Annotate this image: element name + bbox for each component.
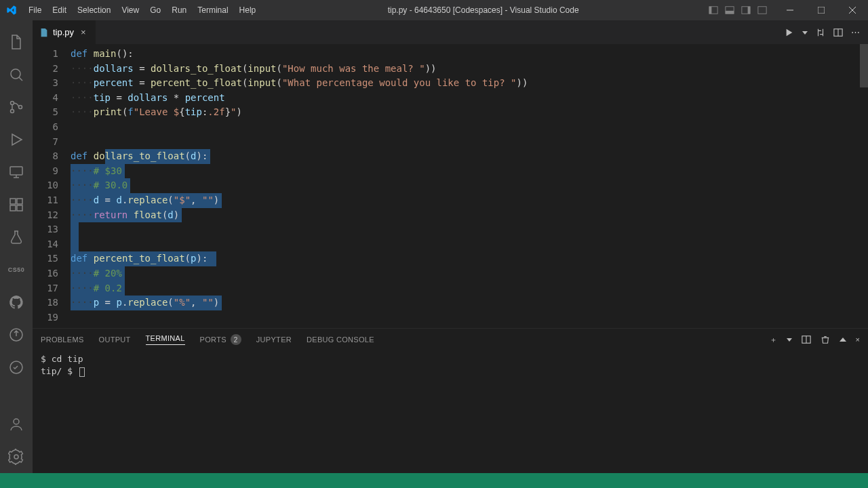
tab-close-icon[interactable]: × — [78, 27, 89, 37]
window-title: tip.py - 64643650 [Codespaces] - Visual … — [261, 5, 705, 15]
menu-selection[interactable]: Selection — [72, 0, 116, 20]
toggle-primary-sidebar-icon[interactable] — [705, 0, 722, 20]
svg-marker-16 — [12, 134, 22, 145]
code-line[interactable] — [71, 310, 868, 325]
activity-bar: CS50 — [0, 20, 33, 473]
line-number: 12 — [33, 208, 58, 223]
svg-rect-20 — [10, 199, 16, 204]
split-editor-icon[interactable] — [833, 28, 843, 37]
panel-tab-terminal[interactable]: TERMINAL — [146, 334, 185, 345]
accounts-icon[interactable] — [0, 408, 33, 441]
close-panel-icon[interactable]: × — [856, 336, 860, 344]
code-line[interactable]: ····p = p.replace("%", "") — [71, 296, 868, 310]
code-line[interactable]: ····# $30 — [71, 164, 868, 179]
code-line[interactable]: def percent_to_float(p): — [71, 251, 868, 266]
split-terminal-icon[interactable] — [802, 335, 811, 344]
code-line[interactable] — [71, 120, 868, 135]
minimize-button[interactable] — [774, 0, 806, 20]
scrollbar-thumb[interactable] — [860, 44, 868, 87]
line-number: 15 — [33, 251, 58, 266]
line-number-gutter: 12345678910111213141516171819 — [33, 44, 71, 328]
line-number: 10 — [33, 178, 58, 193]
code-line[interactable]: ····percent = percent_to_float(input("Wh… — [71, 76, 868, 91]
menu-edit[interactable]: Edit — [47, 0, 72, 20]
status-bar[interactable] — [0, 473, 868, 488]
line-number: 2 — [33, 62, 58, 77]
code-line[interactable]: ····return float(d) — [71, 208, 868, 223]
line-number: 19 — [33, 310, 58, 325]
toggle-panel-icon[interactable] — [722, 0, 738, 20]
bottom-panel: PROBLEMSOUTPUTTERMINALPORTS2JUPYTERDEBUG… — [33, 328, 868, 473]
customize-layout-icon[interactable] — [754, 0, 770, 20]
menu-terminal[interactable]: Terminal — [192, 0, 233, 20]
code-line[interactable]: ····# 0.2 — [71, 281, 868, 296]
panel-tab-problems[interactable]: PROBLEMS — [41, 336, 84, 344]
menu-help[interactable]: Help — [234, 0, 262, 20]
terminal-dropdown-icon[interactable] — [787, 337, 792, 342]
settings-gear-icon[interactable] — [0, 441, 33, 473]
search-icon[interactable] — [0, 58, 33, 91]
codespaces-icon[interactable] — [0, 351, 33, 384]
remote-explorer-icon[interactable] — [0, 156, 33, 188]
code-editor[interactable]: 12345678910111213141516171819 def main()… — [33, 44, 868, 328]
svg-point-26 — [14, 419, 19, 424]
tab-tip-py[interactable]: tip.py × — [33, 20, 96, 44]
code-line[interactable] — [71, 237, 868, 252]
line-number: 1 — [33, 47, 58, 62]
menu-file[interactable]: File — [23, 0, 47, 20]
close-button[interactable] — [837, 0, 868, 20]
line-number: 14 — [33, 237, 58, 252]
run-debug-icon[interactable] — [0, 123, 33, 156]
panel-tab-debug-console[interactable]: DEBUG CONSOLE — [307, 336, 374, 344]
editor-actions: ⋯ — [776, 20, 868, 44]
editor-tabs: tip.py × ⋯ — [33, 20, 868, 44]
live-share-icon[interactable] — [0, 319, 33, 351]
code-line[interactable]: ····tip = dollars * percent — [71, 91, 868, 106]
explorer-icon[interactable] — [0, 26, 33, 58]
panel-actions: ＋ × — [770, 335, 860, 345]
code-line[interactable]: ····d = d.replace("$", "") — [71, 193, 868, 208]
code-line[interactable]: ····# 20% — [71, 266, 868, 281]
maximize-button[interactable] — [806, 0, 837, 20]
svg-point-15 — [19, 106, 22, 109]
line-number: 7 — [33, 135, 58, 150]
testing-icon[interactable] — [0, 221, 33, 253]
svg-rect-1 — [709, 7, 712, 14]
code-line[interactable] — [71, 222, 868, 237]
run-file-icon[interactable] — [785, 28, 794, 37]
more-actions-icon[interactable]: ⋯ — [851, 27, 860, 37]
terminal-cursor — [79, 367, 85, 377]
window-controls — [774, 0, 868, 20]
menu-view[interactable]: View — [116, 0, 144, 20]
code-line[interactable]: def dollars_to_float(d): — [71, 149, 868, 164]
cs50-icon[interactable]: CS50 — [0, 253, 33, 286]
code-area[interactable]: def main():····dollars = dollars_to_floa… — [71, 44, 868, 328]
svg-rect-17 — [10, 167, 22, 175]
python-file-icon — [39, 28, 49, 37]
github-icon[interactable] — [0, 286, 33, 319]
menu-run[interactable]: Run — [166, 0, 192, 20]
toggle-secondary-sidebar-icon[interactable] — [738, 0, 754, 20]
source-control-icon[interactable] — [0, 91, 33, 123]
panel-tab-output[interactable]: OUTPUT — [99, 336, 131, 344]
layout-buttons — [705, 0, 770, 20]
code-line[interactable] — [71, 135, 868, 150]
menu-go[interactable]: Go — [144, 0, 166, 20]
code-line[interactable]: ····print(f"Leave ${tip:.2f}") — [71, 105, 868, 120]
run-dropdown-icon[interactable] — [802, 30, 808, 35]
panel-tab-ports[interactable]: PORTS2 — [200, 334, 241, 345]
line-number: 3 — [33, 76, 58, 91]
compare-changes-icon[interactable] — [816, 28, 825, 37]
code-line[interactable]: ····dollars = dollars_to_float(input("Ho… — [71, 62, 868, 77]
maximize-panel-icon[interactable] — [840, 336, 846, 343]
line-number: 5 — [33, 105, 58, 120]
new-terminal-icon[interactable]: ＋ — [770, 335, 777, 345]
code-line[interactable]: ····# 30.0 — [71, 178, 868, 193]
code-line[interactable]: def main(): — [71, 47, 868, 62]
kill-terminal-icon[interactable] — [821, 335, 830, 344]
svg-line-12 — [19, 77, 22, 81]
panel-tab-jupyter[interactable]: JUPYTER — [256, 336, 292, 344]
terminal-content[interactable]: $ cd tiptip/ $ — [33, 350, 868, 473]
extensions-icon[interactable] — [0, 188, 33, 221]
line-number: 6 — [33, 120, 58, 135]
